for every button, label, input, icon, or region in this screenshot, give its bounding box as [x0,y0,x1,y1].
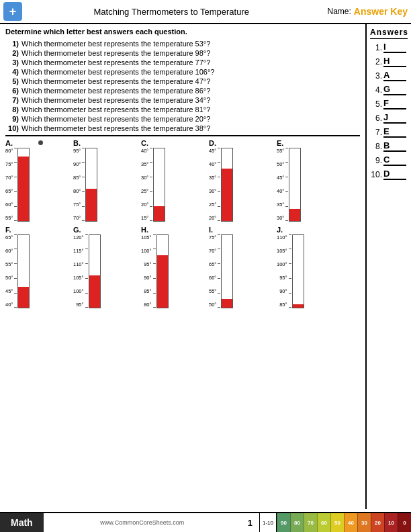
thermometer-item: A.80°75°70°65°60°55° [5,139,71,222]
thermo-body: 40°35°30°25°20°15° [141,148,165,222]
thermo-scale: 80°75°70°65°60°55° [5,148,13,222]
answer-value: D [383,169,390,179]
thermo-label: I. [209,226,213,234]
thermo-bar [292,234,304,308]
thermo-bar [221,148,233,222]
answer-value: G [383,84,390,94]
thermo-bar [156,234,169,308]
thermo-bar-wrapper [149,148,165,222]
plus-icon: + [3,2,22,21]
thermo-scale: 65°60°55°50°45°40° [5,234,13,308]
answer-number: 5. [370,99,382,109]
thermo-label: A. [5,139,13,147]
header-name-label: Name: [328,7,351,16]
question-text: Which thermometer best represents the te… [21,96,210,104]
answer-value: A [383,70,390,80]
answer-item: 8.B [370,140,408,152]
answer-value: J [383,112,388,122]
question-item: 3)Which thermometer best represents the … [5,58,360,66]
answer-number: 1. [370,43,382,52]
thermo-bar-wrapper [288,234,304,308]
answer-number: 4. [370,85,382,95]
thermo-body: 45°40°35°30°25°20° [209,148,233,222]
thermometer-item: B.95°90°85°80°75°70° [73,139,138,222]
thermo-label: B. [73,139,81,147]
question-number: 6) [5,87,19,95]
thermo-label: E. [277,139,283,147]
thermo-fill [293,304,304,307]
question-number: 2) [5,49,19,57]
answer-line: J [383,112,406,124]
question-item: 8)Which thermometer best represents the … [5,105,360,114]
thermometer-item: F.65°60°55°50°45°40° [5,226,71,308]
answer-item: 7.E [370,126,408,138]
thermo-row-2: F.65°60°55°50°45°40°G.120°115°110°105°10… [5,226,360,308]
score-box: 50 [330,513,344,532]
score-box: 90 [277,513,290,532]
thermo-scale: 110°105°100°95°90°85° [277,234,288,308]
thermo-fill [18,287,29,307]
thermometer-item: C.40°35°30°25°20°15° [141,139,206,222]
thermo-fill [89,275,100,308]
answer-key-label: Answer Key [354,6,408,17]
question-text: Which thermometer best represents the te… [21,115,210,123]
answer-number: 9. [370,156,382,165]
question-number: 10) [5,124,19,132]
answers-header: Answers [370,28,408,39]
thermo-bar [153,148,165,222]
thermo-bar-wrapper [152,234,169,308]
footer-page: 1 [241,518,259,528]
answer-number: 3. [370,71,382,81]
thermo-label: J. [277,226,283,234]
answer-line: D [383,169,406,180]
question-item: 9)Which thermometer best represents the … [5,115,360,123]
score-box: 0 [398,513,411,532]
page: + Matching Thermometers to Temperature N… [0,0,411,532]
answers-container: 1.I2.H3.A4.G5.F6.J7.E8.B9.C10.D [370,42,408,180]
thermo-body: 110°105°100°95°90°85° [277,234,304,308]
thermo-label: H. [141,226,148,234]
answer-number: 7. [370,128,382,137]
score-box: 70 [304,513,317,532]
thermo-bar-wrapper [85,234,101,308]
right-section: Answers 1.I2.H3.A4.G5.F6.J7.E8.B9.C10.D [365,24,411,509]
answer-item: 4.G [370,84,408,95]
answer-item: 6.J [370,112,408,124]
question-text: Which thermometer best represents the te… [21,87,210,95]
answer-line: H [383,56,406,67]
left-section: Determine which letter best answers each… [0,24,365,509]
thermo-fill [18,157,29,220]
score-range-label: 1-10 [260,513,277,532]
answer-line: G [383,84,406,95]
thermo-scale: 95°90°85°80°75°70° [73,148,81,222]
thermometer-item: J.110°105°100°95°90°85° [277,226,342,308]
answer-number: 10. [370,170,382,179]
question-text: Which thermometer best represents the te… [21,58,210,66]
question-item: 10)Which thermometer best represents the… [5,124,360,132]
answer-item: 9.C [370,154,408,166]
thermometer-item: E.55°50°45°40°35°30° [277,139,342,222]
answer-item: 5.F [370,98,408,109]
thermo-bar [89,234,101,308]
thermo-row-1: A.80°75°70°65°60°55°B.95°90°85°80°75°70°… [5,139,360,222]
score-box: 10 [384,513,398,532]
question-item: 4)Which thermometer best represents the … [5,68,360,76]
thermo-fill [222,299,232,308]
thermo-bar-wrapper [285,148,301,222]
thermo-scale: 75°70°65°60°55°50° [209,234,217,308]
answer-item: 1.I [370,42,408,53]
question-text: Which thermometer best represents the te… [21,124,210,132]
score-box: 20 [371,513,384,532]
answer-line: I [383,42,406,53]
thermo-body: 55°50°45°40°35°30° [277,148,301,222]
main-content: Determine which letter best answers each… [0,24,411,509]
thermo-bar [17,234,30,308]
thermo-label: C. [141,139,148,147]
thermo-scale: 105°100°95°90°85°80° [141,234,152,308]
answer-number: 8. [370,142,382,151]
score-box: 30 [357,513,371,532]
thermo-scale: 120°115°110°105°100°95° [73,234,85,308]
question-item: 5)Which thermometer best represents the … [5,77,360,85]
footer: Math www.CommonCoreSheets.com 1 1-109080… [0,512,411,532]
score-box: 80 [290,513,304,532]
